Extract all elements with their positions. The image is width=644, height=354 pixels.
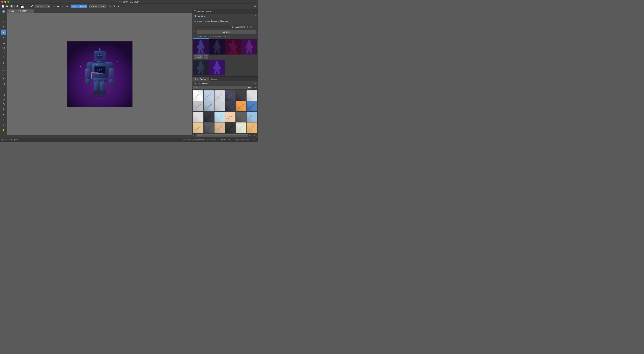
brush-9[interactable] (214, 101, 225, 111)
brush-1[interactable] (193, 90, 204, 101)
ai-image-6[interactable] (209, 60, 225, 76)
ai-image-3[interactable] (225, 39, 241, 55)
close-button[interactable] (1, 1, 3, 3)
brush-2[interactable] (204, 90, 214, 101)
redo-icon[interactable]: ↪ (65, 5, 68, 8)
brush-13[interactable] (193, 112, 204, 122)
brush-15[interactable] (214, 112, 225, 122)
brush-10[interactable] (225, 101, 236, 111)
brush-18[interactable] (246, 112, 257, 122)
brush-24[interactable] (246, 123, 257, 133)
krita-logo[interactable]: K (2, 10, 6, 14)
flip-v-icon[interactable]: ⇅ (112, 5, 116, 8)
canvas-scrollbar[interactable] (8, 135, 192, 138)
tool-paint-text[interactable]: T (1, 20, 6, 24)
brush-14[interactable] (204, 112, 214, 122)
ai-image-5[interactable] (193, 60, 209, 76)
tab-brush-presets[interactable]: Brush Presets (192, 77, 209, 81)
brush-19[interactable] (193, 123, 204, 133)
apply-button[interactable]: ✓ Apply (194, 55, 203, 59)
undo-icon[interactable]: ↩ (60, 5, 64, 8)
tool-polygon[interactable]: ⬡ (1, 50, 6, 55)
tool-smudge[interactable]: ◌ (1, 87, 6, 91)
doc-tab-close-button[interactable]: ✕ (29, 10, 32, 12)
brush-panel-list-icon[interactable]: ☰ (252, 82, 254, 85)
brush-panel-grid-icon[interactable]: ⊞ (254, 82, 256, 85)
tool-color-picker[interactable] (1, 71, 6, 76)
brush-16[interactable] (225, 112, 236, 122)
tool-scissors[interactable]: ✂ (1, 117, 6, 122)
opacity-expand-icon[interactable]: ▾ (85, 5, 86, 8)
brush-6[interactable] (246, 90, 257, 101)
tool-paths[interactable]: ✦ (1, 112, 6, 117)
tool-contiguous-select[interactable] (1, 102, 6, 106)
tool-rect-select[interactable]: ▢ (1, 93, 6, 97)
tool-ellipse-select[interactable]: ◎ (1, 97, 6, 102)
color-swatches[interactable] (20, 5, 24, 8)
brush-8[interactable] (204, 101, 214, 111)
erase-icon[interactable]: ◻ (52, 5, 56, 8)
dark-light-icon[interactable] (16, 5, 19, 8)
minimize-button[interactable] (4, 1, 6, 3)
ai-subheader-close[interactable]: ✕ (254, 15, 256, 17)
brush-11[interactable] (236, 101, 246, 111)
traffic-lights[interactable] (1, 1, 10, 3)
flip-h-icon[interactable]: ⇆ (108, 5, 112, 8)
ai-panel-expand-button[interactable]: ⤢ (250, 10, 253, 13)
generate-button[interactable]: Generate (197, 30, 256, 34)
brush-preset-icon[interactable] (30, 5, 34, 8)
blend-mode-select[interactable]: Normal (34, 5, 50, 8)
maximize-button[interactable] (8, 1, 10, 3)
canvas-area[interactable]: [Not Saved] (2.0 MiB) * ✕ (8, 9, 192, 138)
brush-23[interactable] (236, 123, 246, 133)
brush-search-input[interactable] (196, 134, 248, 137)
tag-icon[interactable]: 🏷 (251, 86, 253, 89)
tool-clone[interactable]: ❒ (1, 82, 6, 86)
new-style-button[interactable]: New Style (197, 15, 250, 17)
tool-move[interactable]: ✛ (1, 61, 6, 65)
tool-zoom[interactable]: ⊕ (1, 123, 6, 127)
brush-3[interactable] (214, 90, 225, 101)
background-color[interactable] (21, 6, 24, 8)
ai-image-1[interactable] (193, 39, 209, 55)
brush-panel-expand-icon[interactable]: ⤢ (249, 82, 251, 85)
save-file-icon[interactable]: 💾 (10, 5, 14, 8)
tool-cursor[interactable]: ↖ (1, 15, 6, 19)
tool-calligraphy[interactable]: ✒ (1, 24, 6, 29)
document-tab[interactable]: [Not Saved] (2.0 MiB) * ✕ (8, 9, 34, 13)
painting-canvas[interactable]: KRITA (67, 42, 132, 107)
opacity-control[interactable]: Opacity: 100% ▾ (71, 5, 87, 8)
tool-pan[interactable]: ✋ (1, 128, 6, 132)
more-options-button[interactable]: ··· (204, 55, 208, 59)
strength-slider[interactable] (194, 27, 231, 27)
edit-icon[interactable]: ✎ (194, 31, 196, 33)
tool-ellipse[interactable]: ◯ (1, 46, 6, 50)
brush-17[interactable] (236, 112, 246, 122)
tool-crop[interactable]: ⌗ (1, 66, 6, 70)
brush-22[interactable] (225, 123, 236, 133)
ai-subheader-expand[interactable]: ▾ (250, 15, 253, 17)
canvas-viewport[interactable]: KRITA (8, 13, 192, 135)
brush-7[interactable] (193, 101, 204, 111)
strength-dot-2[interactable] (254, 26, 256, 28)
brush-5[interactable] (236, 90, 246, 101)
brush-filter-select[interactable]: All (193, 86, 250, 89)
ai-prompt-area[interactable]: an image of a robot dancing to 80s music (192, 18, 258, 25)
open-file-icon[interactable]: 📂 (5, 5, 9, 8)
filter-in-tag-label[interactable]: Filter in Tag (249, 135, 256, 137)
panel-layout-icon[interactable]: ⊞ (253, 5, 256, 8)
fill-icon[interactable]: ◆ (56, 5, 60, 8)
tab-layers[interactable]: Layers (209, 77, 219, 81)
tool-line[interactable]: ╱ (1, 35, 6, 39)
tool-rect[interactable]: ▭ (1, 41, 6, 45)
strength-dot-1[interactable] (250, 26, 252, 28)
swap-colors-icon[interactable]: ↕ (24, 5, 28, 8)
transform-icon[interactable]: ⊞ (116, 5, 120, 8)
brush-20[interactable] (204, 123, 214, 133)
size-expand-icon[interactable]: ▾ (103, 5, 104, 8)
ai-prompt-text[interactable]: an image of a robot dancing to 80s music (194, 19, 256, 24)
tool-eyedropper[interactable] (1, 76, 6, 80)
brush-21[interactable] (214, 123, 225, 133)
tool-brush[interactable] (1, 30, 6, 35)
strength-options-icon[interactable]: ⚙ (246, 26, 248, 28)
